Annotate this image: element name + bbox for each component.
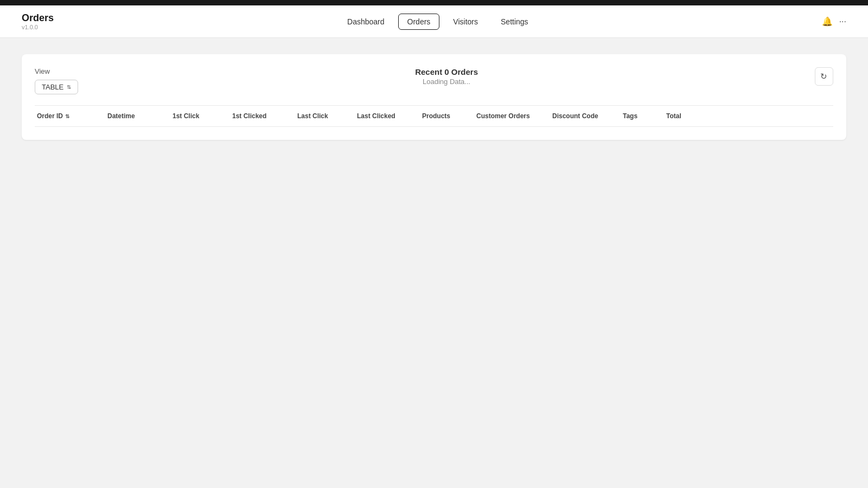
refresh-icon: ↻ xyxy=(820,72,827,81)
app-title: Orders xyxy=(22,12,54,24)
col-header-total: Total xyxy=(666,112,710,120)
nav-settings[interactable]: Settings xyxy=(492,14,538,30)
nav-orders[interactable]: Orders xyxy=(398,14,440,30)
nav-visitors[interactable]: Visitors xyxy=(444,14,487,30)
col-header-1st-click: 1st Click xyxy=(173,112,232,120)
col-header-tags: Tags xyxy=(623,112,666,120)
view-label: View xyxy=(35,67,78,75)
nav-dashboard[interactable]: Dashboard xyxy=(338,14,394,30)
col-header-discount-code: Discount Code xyxy=(552,112,623,120)
col-header-datetime: Datetime xyxy=(107,112,173,120)
card-top: View TABLE ⇅ Recent 0 Orders Loading Dat… xyxy=(35,67,833,94)
top-bar xyxy=(0,0,868,5)
status-subtitle: Loading Data... xyxy=(415,78,478,86)
status-section: Recent 0 Orders Loading Data... xyxy=(415,67,478,86)
refresh-button[interactable]: ↻ xyxy=(815,67,833,86)
col-header-customer-orders: Customer Orders xyxy=(476,112,552,120)
orders-card: View TABLE ⇅ Recent 0 Orders Loading Dat… xyxy=(22,54,846,140)
col-header-products: Products xyxy=(422,112,476,120)
main-content: View TABLE ⇅ Recent 0 Orders Loading Dat… xyxy=(0,38,868,156)
more-icon[interactable]: ··· xyxy=(839,17,846,27)
status-title: Recent 0 Orders xyxy=(415,67,478,76)
col-header-order-id[interactable]: Order ID ⇅ xyxy=(37,112,107,120)
bell-icon[interactable]: 🔔 xyxy=(822,16,833,27)
view-section: View TABLE ⇅ xyxy=(35,67,78,94)
col-header-last-clicked: Last Clicked xyxy=(357,112,422,120)
view-dropdown-value: TABLE xyxy=(42,83,63,91)
col-header-last-click: Last Click xyxy=(297,112,357,120)
order-id-sort-icon: ⇅ xyxy=(65,113,69,119)
header-actions: 🔔 ··· xyxy=(822,16,846,27)
dropdown-sort-icon: ⇅ xyxy=(67,84,71,90)
app-version: v1.0.0 xyxy=(22,24,54,30)
view-dropdown[interactable]: TABLE ⇅ xyxy=(35,80,78,94)
header-branding: Orders v1.0.0 xyxy=(22,12,54,30)
main-nav: Dashboard Orders Visitors Settings xyxy=(338,14,538,30)
header: Orders v1.0.0 Dashboard Orders Visitors … xyxy=(0,5,868,38)
table-header: Order ID ⇅ Datetime 1st Click 1st Clicke… xyxy=(35,106,833,127)
col-header-1st-clicked: 1st Clicked xyxy=(232,112,297,120)
